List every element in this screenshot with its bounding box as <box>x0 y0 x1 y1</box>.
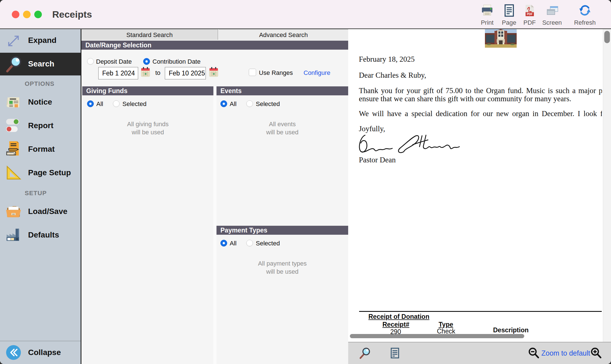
sidebar-item-defaults[interactable]: Defaults <box>0 224 81 247</box>
tab-advanced-search[interactable]: Advanced Search <box>219 29 348 40</box>
payment-types-note-line1: All payment types <box>258 260 307 267</box>
description-column-header: Description <box>493 326 529 334</box>
printer-icon <box>480 4 494 17</box>
deposit-date-label: Deposit Date <box>96 58 132 65</box>
giving-funds-note: All giving funds will be used <box>82 120 213 136</box>
refresh-label: Refresh <box>570 19 599 26</box>
screen-label: Screen <box>537 19 567 26</box>
factory-icon <box>5 227 22 245</box>
page-setup-label: Page Setup <box>28 168 71 177</box>
payment-types-panel: All Selected All payment types will be u… <box>216 235 348 364</box>
collapse-label: Collapse <box>28 348 61 357</box>
events-note-line1: All events <box>269 121 296 128</box>
letter-para1-line2: ensure that we can share this gift with … <box>359 95 602 103</box>
receipt-table-title: Receipt of Donation <box>368 313 429 321</box>
sidebar-item-load-save[interactable]: Load/Save <box>0 201 81 223</box>
giving-funds-all-radio[interactable] <box>87 100 94 107</box>
window-title: Receipts <box>52 9 92 20</box>
refresh-button[interactable]: Refresh <box>570 4 599 26</box>
svg-text:PDF: PDF <box>527 13 533 16</box>
preview-statusbar: Zoom to default <box>348 342 611 364</box>
zoom-window-button[interactable] <box>34 11 42 18</box>
events-note: All events will be used <box>216 120 348 136</box>
sidebar-item-collapse[interactable]: Collapse <box>0 341 81 364</box>
load-save-label: Load/Save <box>28 207 67 216</box>
letter-para1-line1: Thank you for your gift of 75.00 to the … <box>359 86 602 95</box>
events-all-radio[interactable] <box>220 100 227 107</box>
sidebar-item-notice[interactable]: Notice <box>0 91 81 114</box>
tab-standard-search-label: Standard Search <box>126 31 173 38</box>
sidebar-item-expand[interactable]: Expand <box>0 29 81 53</box>
format-label: Format <box>28 145 55 154</box>
giving-funds-note-line1: All giving funds <box>127 121 169 128</box>
letter-date: February 18, 2025 <box>359 55 602 64</box>
sidebar-item-format[interactable]: Format <box>0 139 81 161</box>
giving-funds-header: Giving Funds <box>82 86 213 95</box>
payment-types-all-label: All <box>230 240 236 247</box>
refresh-icon <box>578 4 592 17</box>
events-header-label: Events <box>220 87 241 95</box>
titlebar: Receipts Print <box>0 0 611 29</box>
payment-types-all-radio[interactable] <box>220 240 227 246</box>
use-ranges-checkbox[interactable] <box>249 69 256 76</box>
letter-salutation: Dear Charles & Ruby, <box>359 71 602 80</box>
events-all-label: All <box>230 100 236 108</box>
payment-types-header-label: Payment Types <box>220 227 267 234</box>
payment-types-selected-label: Selected <box>256 240 280 247</box>
sidebar-item-page-setup[interactable]: Page Setup <box>0 162 81 185</box>
screen-button[interactable]: Screen <box>537 4 567 26</box>
expand-label: Expand <box>28 36 56 45</box>
events-selected-radio[interactable] <box>246 100 253 107</box>
preview-document-icon[interactable] <box>389 347 400 360</box>
collapse-icon <box>5 344 22 362</box>
from-date-calendar-icon[interactable] <box>140 66 151 79</box>
giving-funds-selected-radio[interactable] <box>113 100 120 107</box>
to-date-calendar-icon[interactable] <box>209 66 219 79</box>
magnifier-icon <box>5 55 23 74</box>
defaults-label: Defaults <box>28 231 59 239</box>
deposit-date-radio[interactable] <box>87 58 94 65</box>
zoom-in-icon[interactable] <box>590 347 602 360</box>
giving-funds-selected-label: Selected <box>122 100 147 108</box>
receipt-number-column-header: Receipt# <box>382 321 409 328</box>
triangle-ruler-icon <box>5 164 22 182</box>
letter-para2: We will have a special dedication for ou… <box>359 109 602 118</box>
date-range-section-header: Date/Range Selection <box>81 41 348 50</box>
tab-standard-search[interactable]: Standard Search <box>81 29 218 40</box>
expand-icon <box>5 33 22 50</box>
from-date-input[interactable]: Feb 1 2024 <box>98 67 138 79</box>
date-range-header-label: Date/Range Selection <box>85 42 151 49</box>
folder-icon <box>5 203 22 221</box>
events-panel: All Selected All events will be used <box>216 95 348 226</box>
app-window: Receipts Print <box>0 0 611 364</box>
payment-types-note: All payment types will be used <box>216 259 348 276</box>
zoom-out-icon[interactable] <box>528 347 540 360</box>
configure-link[interactable]: Configure <box>304 69 330 77</box>
horizontal-scrollbar-thumb[interactable] <box>350 334 524 338</box>
payment-types-selected-radio[interactable] <box>246 240 253 246</box>
date-to-label: to <box>155 69 160 77</box>
search-panel: Standard Search Advanced Search Date/Ran… <box>81 29 348 364</box>
vertical-scrollbar-thumb[interactable] <box>604 31 610 43</box>
events-note-line2: will be used <box>266 129 298 136</box>
preview-magnifier-icon[interactable] <box>359 346 371 361</box>
date-range-section: Deposit Date Contribution Date Feb 1 202… <box>81 50 348 86</box>
zoom-to-default-link[interactable]: Zoom to default <box>541 349 590 357</box>
sidebar-item-report[interactable]: Report <box>0 115 81 137</box>
sidebar-item-search[interactable]: Search <box>0 53 81 75</box>
newspaper-icon <box>5 94 22 112</box>
column-gap <box>213 86 216 364</box>
giving-funds-note-line2: will be used <box>132 129 164 136</box>
minimize-window-button[interactable] <box>23 11 31 18</box>
to-date-input[interactable]: Feb 10 2025 <box>165 67 206 79</box>
page-icon <box>502 4 516 17</box>
payment-types-header: Payment Types <box>216 226 348 235</box>
letter-signer: Pastor Dean <box>359 156 602 164</box>
events-selected-label: Selected <box>256 100 280 108</box>
toggles-icon <box>5 117 22 135</box>
vertical-scrollbar[interactable] <box>603 29 611 342</box>
contribution-date-radio[interactable] <box>143 58 150 65</box>
type-column-header: Type <box>439 321 453 328</box>
sidebar-section-setup: SETUP <box>25 190 47 197</box>
close-window-button[interactable] <box>12 11 19 18</box>
